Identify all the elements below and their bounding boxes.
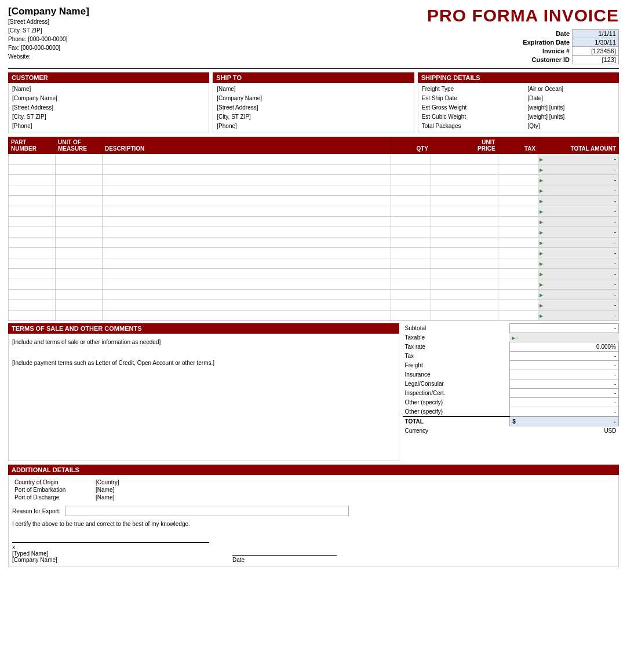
table-cell: [498, 196, 538, 206]
col-total-header: TOTAL AMOUNT: [538, 137, 619, 154]
table-row: -: [9, 206, 619, 217]
insurance-value[interactable]: -: [509, 370, 618, 379]
ship-to-company: [Company Name]: [217, 94, 410, 103]
info-section: CUSTOMER [Name] [Company Name] [Street A…: [8, 72, 619, 133]
date-sig-line: [232, 555, 337, 556]
table-row: -: [9, 196, 619, 206]
table-cell: [431, 154, 498, 165]
table-cell: -: [538, 269, 619, 279]
table-cell: [55, 165, 102, 175]
ship-to-phone: [Phone]: [217, 122, 410, 131]
table-cell: [498, 217, 538, 227]
freight-label: Freight: [403, 361, 510, 370]
reason-input[interactable]: [65, 506, 349, 516]
additional-header: ADDITIONAL DETAILS: [8, 465, 619, 475]
subtotal-label: Subtotal: [403, 324, 510, 333]
table-cell: [55, 196, 102, 206]
ship-to-city: [City, ST ZIP]: [217, 112, 410, 122]
table-cell: [9, 206, 56, 217]
table-row: -: [9, 217, 619, 227]
currency-label: Currency: [403, 426, 510, 435]
taxable-value: -: [509, 333, 618, 342]
table-row: -: [9, 165, 619, 175]
table-cell: [391, 279, 431, 290]
table-cell: [102, 238, 391, 248]
table-row: -: [9, 185, 619, 196]
table-cell: -: [538, 311, 619, 321]
table-cell: [9, 165, 56, 175]
total-value: -: [518, 418, 616, 425]
total-packages-label: Total Packages: [422, 122, 528, 131]
table-cell: [55, 279, 102, 290]
table-cell: [391, 290, 431, 300]
other2-value[interactable]: -: [509, 407, 618, 417]
table-cell: [391, 311, 431, 321]
gross-weight-label: Est Gross Weight: [422, 103, 528, 112]
totals-table: Subtotal - Taxable - Tax rate 0.000% Tax…: [403, 323, 619, 435]
port-discharge-label: Port of Discharge: [12, 494, 93, 501]
tax-rate-label: Tax rate: [403, 342, 510, 352]
ship-to-body: [Name] [Company Name] [Street Address] […: [213, 83, 414, 133]
comments-box: TERMS OF SALE AND OTHER COMMENTS [Includ…: [8, 323, 399, 461]
table-cell: [431, 185, 498, 196]
table-cell: -: [538, 279, 619, 290]
table-cell: -: [538, 196, 619, 206]
port-discharge-value: [Name]: [93, 494, 122, 501]
sig-block-right: Date: [232, 547, 337, 563]
street-address: [Street Address]: [8, 17, 89, 26]
legal-value[interactable]: -: [509, 379, 618, 389]
table-row: -: [9, 258, 619, 269]
table-cell: [498, 175, 538, 185]
table-cell: [9, 217, 56, 227]
table-cell: [431, 175, 498, 185]
sig-block-left: x [Typed Name] [Company Name]: [12, 534, 209, 563]
customer-id-value: [123]: [573, 56, 619, 64]
table-cell: [391, 185, 431, 196]
company-info: [Company Name] [Street Address] [City, S…: [8, 6, 89, 61]
table-cell: [55, 206, 102, 217]
table-cell: -: [538, 300, 619, 311]
x-label: x: [12, 544, 209, 550]
subtotal-value: -: [509, 324, 618, 333]
table-cell: [498, 311, 538, 321]
cubic-weight-label: Est Cubic Weight: [422, 112, 528, 122]
table-cell: [498, 227, 538, 238]
table-cell: [102, 248, 391, 258]
customer-company: [Company Name]: [12, 94, 205, 103]
invoice-title: PRO FORMA INVOICE: [427, 6, 619, 25]
invoice-num-label: Invoice #: [520, 47, 572, 56]
table-cell: [498, 279, 538, 290]
date-label: Date: [232, 557, 337, 563]
table-cell: [102, 196, 391, 206]
table-cell: -: [538, 227, 619, 238]
tax-rate-value[interactable]: 0.000%: [509, 342, 618, 352]
other2-label: Other (specify): [403, 407, 510, 417]
table-cell: [102, 279, 391, 290]
terms-line2: [Include payment terms such as Letter of…: [12, 358, 395, 368]
inspection-value[interactable]: -: [509, 389, 618, 398]
table-cell: [431, 217, 498, 227]
table-cell: [102, 175, 391, 185]
table-cell: -: [538, 258, 619, 269]
other1-value[interactable]: -: [509, 398, 618, 407]
table-cell: [102, 217, 391, 227]
table-cell: [55, 227, 102, 238]
customer-box: CUSTOMER [Name] [Company Name] [Street A…: [8, 72, 209, 133]
header-right: PRO FORMA INVOICE Date 1/1/11 Expiration…: [427, 6, 619, 64]
expiration-value: 1/30/11: [573, 38, 619, 47]
table-row: -: [9, 238, 619, 248]
table-cell: [9, 196, 56, 206]
table-cell: [431, 300, 498, 311]
additional-body: Country of Origin [Country] Port of Emba…: [8, 475, 619, 567]
total-currency: $: [512, 418, 516, 425]
invoice-num-value: [123456]: [573, 47, 619, 56]
table-cell: [102, 206, 391, 217]
table-cell: [9, 238, 56, 248]
table-cell: [391, 217, 431, 227]
table-cell: [55, 311, 102, 321]
table-cell: [431, 258, 498, 269]
freight-value[interactable]: -: [509, 361, 618, 370]
table-cell: [498, 290, 538, 300]
additional-section: ADDITIONAL DETAILS Country of Origin [Co…: [8, 465, 619, 567]
table-cell: [391, 165, 431, 175]
